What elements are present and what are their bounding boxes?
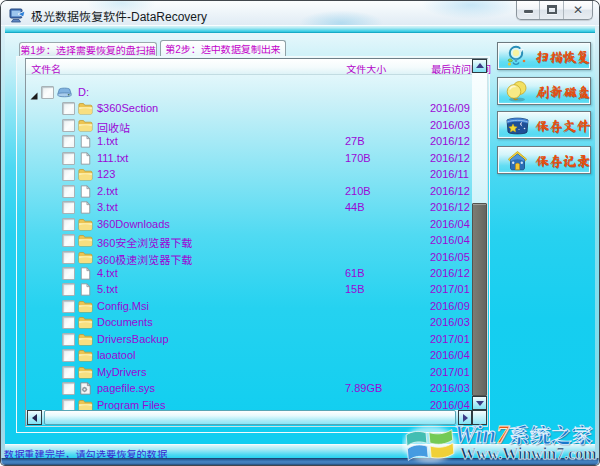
row-checkbox[interactable] xyxy=(62,168,75,181)
row-checkbox[interactable] xyxy=(62,218,75,231)
row-checkbox[interactable] xyxy=(62,102,75,115)
file-name[interactable]: 5.txt xyxy=(97,283,118,295)
tree-row[interactable]: Program Files2016/04 xyxy=(26,398,472,410)
action-button-label: 保存文件 xyxy=(535,114,590,138)
tree-row[interactable]: 111.txt170B2016/12 xyxy=(26,151,472,167)
file-name[interactable]: 360极速浏览器下载 xyxy=(97,251,192,267)
row-checkbox[interactable] xyxy=(62,283,75,296)
tree-row[interactable]: 回收站2016/03 xyxy=(26,118,472,134)
tree-row[interactable]: 5.txt15B2017/01 xyxy=(26,282,472,298)
file-size: 170B xyxy=(345,152,371,164)
file-size: 15B xyxy=(345,283,365,295)
tab-step2-copy[interactable]: 第2步：选中数据复制出来 xyxy=(160,40,286,57)
file-name[interactable]: 2.txt xyxy=(97,185,118,197)
tree-row[interactable]: $360Section2016/09 xyxy=(26,101,472,117)
tree-row[interactable]: D: xyxy=(26,85,472,101)
file-name[interactable]: laoatool xyxy=(97,349,136,361)
row-checkbox[interactable] xyxy=(62,316,75,329)
file-name[interactable]: 111.txt xyxy=(97,152,128,164)
action-button-2[interactable]: 刷新磁盘 xyxy=(497,77,591,105)
row-checkbox[interactable] xyxy=(62,399,75,410)
title-bar[interactable]: 极光数据恢复软件-DataRecovery xyxy=(1,1,599,25)
tree-row[interactable]: 360安全浏览器下载2016/04 xyxy=(26,233,472,249)
file-name[interactable]: Documents xyxy=(97,316,153,328)
row-checkbox[interactable] xyxy=(62,135,75,148)
file-size: 44B xyxy=(345,201,365,213)
scroll-down-button[interactable] xyxy=(472,396,487,410)
tree-row[interactable]: Documents2016/03 xyxy=(26,315,472,331)
tab-step1-scan[interactable]: 第1步：选择需要恢复的盘扫描 xyxy=(19,42,157,57)
action-button-1[interactable]: 扫描恢复 xyxy=(497,42,591,70)
horizontal-scroll-thumb[interactable] xyxy=(44,410,456,425)
right-window-border xyxy=(595,26,599,458)
close-button[interactable]: ✕ xyxy=(564,1,592,19)
file-name[interactable]: 4.txt xyxy=(97,267,118,279)
column-header-size[interactable]: 文件大小 xyxy=(346,61,386,76)
column-header-name[interactable]: 文件名 xyxy=(31,61,61,76)
tree-row[interactable]: Config.Msi2016/09 xyxy=(26,299,472,315)
vertical-scroll-thumb[interactable] xyxy=(472,203,487,396)
row-checkbox[interactable] xyxy=(62,201,75,214)
action-button-label: 扫描恢复 xyxy=(535,45,590,69)
tree-row[interactable]: 3.txt44B2016/12 xyxy=(26,200,472,216)
file-name[interactable]: $360Section xyxy=(97,102,158,114)
tree-row[interactable]: 1232016/11 xyxy=(26,167,472,183)
maximize-icon xyxy=(547,5,557,14)
file-name[interactable]: 3.txt xyxy=(97,201,118,213)
left-arrow-icon xyxy=(32,414,38,422)
file-name[interactable]: 回收站 xyxy=(97,119,130,135)
maximize-button[interactable] xyxy=(540,1,563,19)
status-bar: 数据重建完毕，请勾选要恢复的数据 xyxy=(5,444,595,458)
app-icon xyxy=(9,7,26,24)
row-checkbox[interactable] xyxy=(62,185,75,198)
close-icon: ✕ xyxy=(573,3,583,17)
file-name[interactable]: D: xyxy=(78,86,89,98)
tree-row[interactable]: 360Downloads2016/04 xyxy=(26,217,472,233)
file-name[interactable]: 360Downloads xyxy=(97,218,170,230)
file-date: 2016/03 xyxy=(430,382,470,394)
file-date: 2016/05 xyxy=(430,251,470,263)
scroll-right-button[interactable] xyxy=(458,410,472,425)
scroll-left-button[interactable] xyxy=(27,410,42,425)
file-name[interactable]: 360安全浏览器下载 xyxy=(97,234,192,250)
tree-row[interactable]: pagefile.sys7.89GB2016/03 xyxy=(26,381,472,397)
row-checkbox[interactable] xyxy=(62,300,75,313)
file-date: 2017/01 xyxy=(430,366,470,378)
tree-row[interactable]: 360极速浏览器下载2016/05 xyxy=(26,250,472,266)
file-date: 2016/03 xyxy=(430,119,470,131)
row-checkbox[interactable] xyxy=(62,382,75,395)
file-name[interactable]: Program Files xyxy=(97,399,165,410)
action-button-4[interactable]: 保存记录 xyxy=(497,146,591,174)
file-name[interactable]: pagefile.sys xyxy=(97,382,155,394)
tree-row[interactable]: DriversBackup2017/01 xyxy=(26,332,472,348)
tree-row[interactable]: MyDrivers2017/01 xyxy=(26,365,472,381)
file-date: 2017/01 xyxy=(430,333,470,345)
file-name[interactable]: DriversBackup xyxy=(97,333,169,345)
tree-row[interactable]: laoatool2016/04 xyxy=(26,348,472,364)
row-checkbox[interactable] xyxy=(62,366,75,379)
file-size: 210B xyxy=(345,185,371,197)
row-checkbox[interactable] xyxy=(41,86,54,99)
minimize-icon xyxy=(524,10,533,13)
file-name[interactable]: MyDrivers xyxy=(97,366,147,378)
row-checkbox[interactable] xyxy=(62,234,75,247)
file-name[interactable]: Config.Msi xyxy=(97,300,149,312)
row-checkbox[interactable] xyxy=(62,152,75,165)
file-name[interactable]: 123 xyxy=(97,168,115,180)
file-name[interactable]: 1.txt xyxy=(97,135,118,147)
up-arrow-icon xyxy=(476,63,484,69)
row-checkbox[interactable] xyxy=(62,251,75,264)
tree-row[interactable]: 4.txt61B2016/12 xyxy=(26,266,472,282)
row-checkbox[interactable] xyxy=(62,267,75,280)
tree-row[interactable]: 2.txt210B2016/12 xyxy=(26,184,472,200)
row-checkbox[interactable] xyxy=(62,349,75,362)
file-date: 2016/04 xyxy=(430,234,470,246)
minimize-button[interactable] xyxy=(517,1,540,19)
row-checkbox[interactable] xyxy=(62,119,75,132)
tree-row[interactable]: 1.txt27B2016/12 xyxy=(26,134,472,150)
file-date: 2016/12 xyxy=(430,267,470,279)
scroll-up-button[interactable] xyxy=(472,59,487,73)
action-button-3[interactable]: 保存文件 xyxy=(497,111,591,139)
row-checkbox[interactable] xyxy=(62,333,75,346)
file-date: 2016/12 xyxy=(430,135,470,147)
